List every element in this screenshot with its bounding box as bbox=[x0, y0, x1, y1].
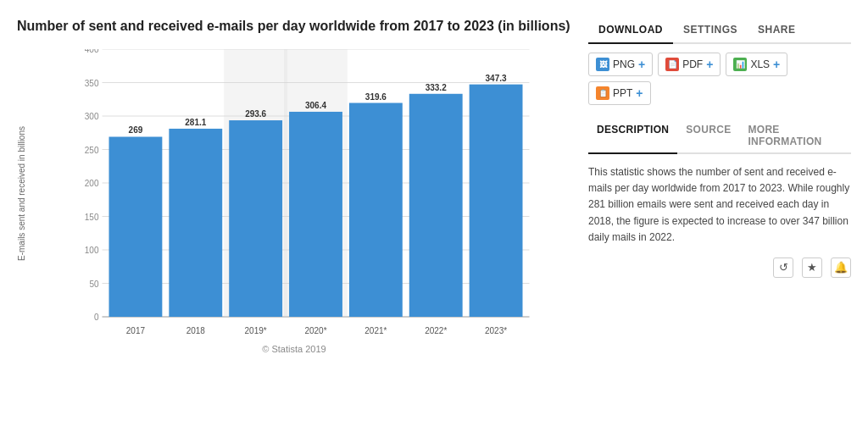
tab-download[interactable]: DOWNLOAD bbox=[588, 17, 673, 44]
description-tab-bar: DESCRIPTION SOURCE MORE INFORMATION bbox=[588, 119, 851, 154]
svg-text:0: 0 bbox=[94, 313, 99, 322]
svg-rect-39 bbox=[470, 85, 523, 317]
xls-label: XLS bbox=[750, 58, 770, 70]
svg-text:300: 300 bbox=[85, 112, 99, 121]
xls-plus-icon: + bbox=[773, 58, 780, 71]
svg-text:293.6: 293.6 bbox=[245, 109, 266, 119]
svg-rect-36 bbox=[409, 94, 463, 317]
svg-text:100: 100 bbox=[85, 246, 99, 255]
svg-text:400: 400 bbox=[85, 49, 99, 54]
star-icon[interactable]: ★ bbox=[802, 257, 822, 278]
tab-share[interactable]: SHARE bbox=[748, 17, 806, 44]
tab-more-information[interactable]: MORE INFORMATION bbox=[739, 119, 851, 154]
svg-text:200: 200 bbox=[85, 179, 99, 188]
pdf-icon: 📄 bbox=[665, 58, 679, 71]
svg-text:2023*: 2023* bbox=[485, 326, 507, 335]
svg-text:2020*: 2020* bbox=[304, 326, 326, 335]
chart-section: Number of sent and received e-mails per … bbox=[17, 17, 571, 357]
chart-title: Number of sent and received e-mails per … bbox=[17, 17, 571, 36]
ppt-plus-icon: + bbox=[636, 86, 643, 100]
svg-text:2022*: 2022* bbox=[425, 326, 447, 335]
svg-text:2017: 2017 bbox=[126, 326, 146, 335]
ppt-label: PPT bbox=[613, 87, 632, 99]
svg-text:269: 269 bbox=[129, 126, 143, 136]
png-icon: 🖼 bbox=[596, 58, 609, 71]
svg-text:347.3: 347.3 bbox=[486, 74, 507, 83]
ppt-icon: 📋 bbox=[596, 86, 609, 100]
svg-text:150: 150 bbox=[85, 213, 99, 222]
y-axis-label: E-mails sent and received in billions bbox=[17, 126, 26, 261]
description-text: This statistic shows the number of sent … bbox=[588, 164, 851, 246]
right-panel: DOWNLOAD SETTINGS SHARE 🖼 PNG + 📄 PDF + … bbox=[588, 17, 851, 357]
svg-rect-24 bbox=[169, 129, 222, 317]
png-label: PNG bbox=[613, 58, 635, 70]
svg-text:2021*: 2021* bbox=[364, 326, 387, 335]
action-icons: ↺ ★ 🔔 bbox=[588, 257, 851, 278]
tab-settings[interactable]: SETTINGS bbox=[673, 17, 748, 44]
tab-source[interactable]: SOURCE bbox=[677, 119, 739, 154]
svg-text:50: 50 bbox=[89, 280, 99, 289]
svg-text:333.2: 333.2 bbox=[426, 83, 447, 92]
svg-text:281.1: 281.1 bbox=[185, 118, 206, 127]
download-pdf-button[interactable]: 📄 PDF + bbox=[658, 53, 721, 76]
bell-icon[interactable]: 🔔 bbox=[831, 257, 851, 278]
svg-text:350: 350 bbox=[85, 79, 99, 88]
download-png-button[interactable]: 🖼 PNG + bbox=[588, 53, 653, 76]
tab-description[interactable]: DESCRIPTION bbox=[588, 119, 677, 154]
top-tab-bar: DOWNLOAD SETTINGS SHARE bbox=[588, 17, 851, 44]
chart-area: E-mails sent and received in billions 05… bbox=[17, 49, 571, 337]
svg-rect-21 bbox=[109, 137, 163, 318]
history-icon[interactable]: ↺ bbox=[773, 257, 793, 278]
download-ppt-button[interactable]: 📋 PPT + bbox=[588, 81, 651, 105]
svg-text:319.6: 319.6 bbox=[365, 92, 387, 102]
xls-icon: 📊 bbox=[733, 58, 747, 71]
svg-rect-30 bbox=[289, 112, 342, 317]
download-buttons: 🖼 PNG + 📄 PDF + 📊 XLS + 📋 PPT + bbox=[588, 53, 851, 105]
pdf-label: PDF bbox=[682, 58, 703, 70]
svg-rect-27 bbox=[229, 120, 282, 317]
svg-text:2019*: 2019* bbox=[245, 326, 267, 335]
svg-rect-33 bbox=[349, 103, 403, 317]
main-container: Number of sent and received e-mails per … bbox=[0, 0, 868, 366]
png-plus-icon: + bbox=[638, 58, 645, 71]
svg-text:250: 250 bbox=[85, 146, 99, 155]
chart-inner: 0501001502002503003504002692017281.12018… bbox=[30, 49, 571, 337]
svg-text:306.4: 306.4 bbox=[305, 101, 326, 110]
download-xls-button[interactable]: 📊 XLS + bbox=[726, 53, 787, 76]
pdf-plus-icon: + bbox=[706, 58, 713, 71]
svg-text:2018: 2018 bbox=[186, 326, 206, 335]
